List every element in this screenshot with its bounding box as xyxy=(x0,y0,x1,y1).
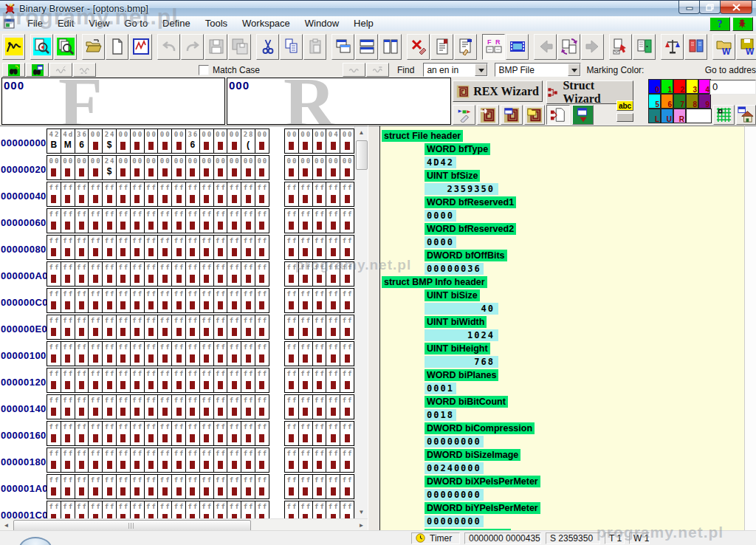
hex-byte-cell[interactable]: ff xyxy=(340,368,354,393)
hex-byte-cell[interactable]: ff xyxy=(326,288,340,313)
hex-byte-cell[interactable]: ff xyxy=(171,474,186,499)
hex-byte-cell[interactable]: ff xyxy=(130,261,145,287)
palette-color-9[interactable]: 9 xyxy=(698,94,711,109)
workspace-save-button[interactable]: W xyxy=(736,34,756,60)
struct-field-name[interactable]: DWORD biYPelsPerMeter xyxy=(425,502,540,514)
hex-byte-cell[interactable]: 00 xyxy=(340,128,354,154)
redo-button[interactable] xyxy=(181,34,204,60)
hex-byte-cell[interactable]: ff xyxy=(61,315,75,340)
hex-byte-cell[interactable]: ff xyxy=(88,315,103,340)
struct-header[interactable]: struct BMP Info header xyxy=(382,276,487,288)
hex-byte-cell[interactable]: ff xyxy=(102,261,117,287)
open-folder-button[interactable] xyxy=(82,34,105,60)
hex-byte-cell[interactable]: ff xyxy=(255,235,269,260)
hex-byte-cell[interactable]: ff xyxy=(199,208,214,233)
hex-byte-cell[interactable]: ff xyxy=(88,394,103,419)
chart-button[interactable] xyxy=(129,34,152,60)
hex-byte-cell[interactable]: 366 xyxy=(75,128,89,154)
hex-byte-cell[interactable]: ff xyxy=(241,208,255,233)
hex-byte-cell[interactable]: ff xyxy=(61,368,75,393)
hex-byte-cell[interactable]: ff xyxy=(298,474,313,499)
hex-byte-cell[interactable]: ff xyxy=(340,394,354,419)
hex-byte-cell[interactable]: ff xyxy=(171,208,186,233)
close-button[interactable] xyxy=(720,1,752,14)
palette-color-7[interactable]: 7 xyxy=(673,94,686,109)
hex-byte-cell[interactable]: ff xyxy=(75,182,89,207)
rex-run-button[interactable] xyxy=(477,105,499,125)
hex-byte-cell[interactable]: 00 xyxy=(227,128,241,154)
media-film-button[interactable] xyxy=(506,34,529,60)
hex-byte-cell[interactable]: ff xyxy=(47,208,61,233)
hex-byte-cell[interactable]: ff xyxy=(88,261,103,287)
hex-byte-cell[interactable]: ff xyxy=(284,208,299,233)
hex-byte-cell[interactable]: ff xyxy=(241,394,255,419)
hex-byte-cell[interactable]: ff xyxy=(340,288,354,313)
hex-byte-cell[interactable]: ff xyxy=(157,235,172,260)
hex-byte-cell[interactable]: 00 xyxy=(116,155,131,180)
hex-byte-cell[interactable]: ff xyxy=(213,182,228,207)
hex-byte-cell[interactable]: ff xyxy=(157,448,172,473)
hex-byte-cell[interactable]: ff xyxy=(199,341,214,366)
hex-byte-cell[interactable]: ff xyxy=(171,235,186,260)
hex-byte-cell[interactable]: ff xyxy=(47,315,61,340)
hex-byte-cell[interactable]: ff xyxy=(255,288,269,313)
hex-byte-cell[interactable]: ff xyxy=(298,261,313,287)
hex-byte-cell[interactable]: ff xyxy=(227,448,241,473)
hex-byte-cell[interactable]: ff xyxy=(340,315,354,340)
hex-byte-cell[interactable]: ff xyxy=(157,394,172,419)
hex-byte-cell[interactable]: ff xyxy=(144,235,159,260)
properties-button[interactable] xyxy=(454,34,477,60)
struct-field-name[interactable]: WORD bfReserved1 xyxy=(425,196,516,208)
hex-byte-cell[interactable]: ff xyxy=(213,261,228,287)
hex-byte-cell[interactable]: ff xyxy=(199,421,214,446)
hex-byte-cell[interactable]: ff xyxy=(213,394,228,419)
hex-byte-cell[interactable]: ff xyxy=(199,448,214,473)
struct-field-value[interactable]: 0001 xyxy=(425,383,456,394)
marker-pen-button[interactable] xyxy=(453,105,475,125)
hex-byte-cell[interactable]: ff xyxy=(199,474,214,499)
hex-byte-cell[interactable]: ff xyxy=(171,315,186,340)
hex-byte-cell[interactable]: ff xyxy=(47,448,61,473)
hex-byte-cell[interactable]: ff xyxy=(227,208,241,233)
hex-byte-cell[interactable]: ff xyxy=(326,394,340,419)
hex-byte-cell[interactable]: ff xyxy=(255,182,269,207)
hex-byte-cell[interactable]: ff xyxy=(213,448,228,473)
struct-field-name[interactable]: WORD bfReserved2 xyxy=(425,223,516,235)
export-files-button[interactable] xyxy=(609,34,632,60)
hex-byte-cell[interactable]: ff xyxy=(47,341,61,366)
hex-byte-cell[interactable]: ff xyxy=(130,182,145,207)
struct-field-name[interactable]: DWORD biSizeImage xyxy=(425,449,520,461)
hex-byte-cell[interactable]: ff xyxy=(199,315,214,340)
scroll-up-icon[interactable]: ▲ xyxy=(355,126,368,139)
match-case-checkbox[interactable] xyxy=(199,65,209,75)
struct-field-name[interactable]: UINT biHeight xyxy=(425,343,490,354)
replace-pattern-pane[interactable]: 000 R xyxy=(227,78,451,125)
hex-byte-cell[interactable]: ff xyxy=(255,208,269,233)
hex-byte-cell[interactable]: 24$ xyxy=(102,155,117,180)
palette-color-U[interactable]: U xyxy=(661,109,673,123)
hex-byte-cell[interactable]: ff xyxy=(227,421,241,446)
hex-byte-cell[interactable]: ff xyxy=(47,394,61,419)
hex-byte-cell[interactable]: 00 xyxy=(298,155,313,180)
hex-byte-cell[interactable]: ff xyxy=(213,341,228,366)
hex-byte-cell[interactable]: ff xyxy=(130,448,145,473)
scroll-down-icon[interactable]: ▼ xyxy=(355,506,368,518)
hex-byte-cell[interactable]: ff xyxy=(130,208,145,233)
hex-byte-cell[interactable]: ff xyxy=(312,474,327,499)
hex-byte-cell[interactable]: ff xyxy=(47,182,61,207)
hex-byte-cell[interactable]: ff xyxy=(284,474,299,499)
hex-byte-cell[interactable]: ff xyxy=(116,474,131,499)
hex-byte-cell[interactable]: ff xyxy=(340,261,354,287)
hex-byte-cell[interactable]: ff xyxy=(144,448,159,473)
hex-byte-cell[interactable]: ff xyxy=(185,315,200,340)
hex-byte-cell[interactable]: ff xyxy=(75,368,89,393)
hex-byte-cell[interactable]: ff xyxy=(171,261,186,287)
hex-byte-cell[interactable]: ff xyxy=(326,448,340,473)
hex-byte-cell[interactable]: ff xyxy=(185,394,200,419)
palette-color-3[interactable]: 3 xyxy=(686,79,698,94)
home-button[interactable] xyxy=(736,105,756,125)
hex-byte-cell[interactable]: ff xyxy=(185,261,200,287)
palette-color-2[interactable]: 2 xyxy=(673,79,686,94)
hex-byte-cell[interactable]: ff xyxy=(255,315,269,340)
hex-byte-cell[interactable]: ff xyxy=(227,341,241,366)
